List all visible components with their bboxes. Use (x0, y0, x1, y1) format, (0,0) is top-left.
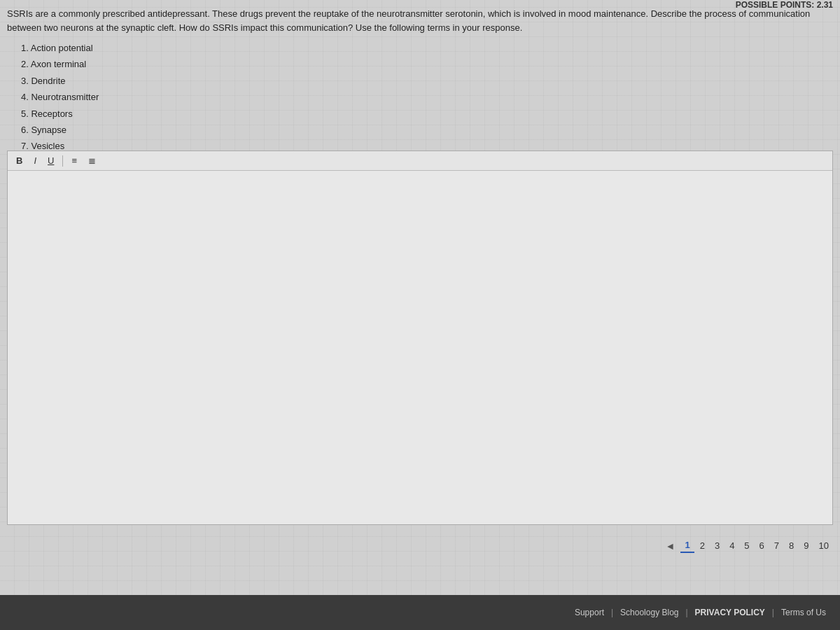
footer-sep-3: | (772, 608, 774, 617)
page-8[interactable]: 8 (785, 539, 798, 552)
pagination-prev-button[interactable]: ◄ (663, 539, 678, 553)
page-1[interactable]: 1 (680, 538, 694, 553)
page-9[interactable]: 9 (799, 539, 813, 552)
terms-link[interactable]: Terms of Us (781, 608, 826, 617)
answer-editor[interactable]: B I U ≡ ≣ (7, 150, 833, 525)
page-4[interactable]: 4 (725, 539, 738, 552)
underline-button[interactable]: U (45, 154, 57, 167)
question-text: SSRIs are a commonly prescribed antidepr… (7, 7, 833, 34)
support-link[interactable]: Support (575, 608, 604, 617)
footer: Support | Schoology Blog | PRIVACY POLIC… (0, 595, 840, 630)
page-3[interactable]: 3 (710, 539, 724, 552)
term-item-3: 3. Dendrite (21, 73, 833, 89)
main-content: POSSIBLE POINTS: 2.31 SSRIs are a common… (0, 0, 840, 595)
possible-points: POSSIBLE POINTS: 2.31 (736, 0, 833, 10)
question-area: POSSIBLE POINTS: 2.31 SSRIs are a common… (0, 0, 840, 171)
page-7[interactable]: 7 (770, 539, 783, 552)
toolbar-divider (62, 155, 63, 167)
term-item-5: 5. Receptors (21, 106, 833, 122)
pagination-area: ◄ 1 2 3 4 5 6 7 8 9 10 (663, 538, 833, 553)
page-5[interactable]: 5 (740, 539, 753, 552)
italic-button[interactable]: I (31, 154, 39, 167)
unordered-list-button[interactable]: ≣ (85, 154, 99, 167)
editor-toolbar: B I U ≡ ≣ (8, 151, 832, 171)
blog-link[interactable]: Schoology Blog (620, 608, 678, 617)
privacy-link[interactable]: PRIVACY POLICY (695, 608, 765, 617)
footer-sep-2: | (685, 608, 687, 617)
page-10[interactable]: 10 (815, 539, 833, 552)
term-item-2: 2. Axon terminal (21, 56, 833, 72)
term-item-4: 4. Neurotransmitter (21, 89, 833, 105)
term-item-6: 6. Synapse (21, 122, 833, 138)
page-6[interactable]: 6 (755, 539, 769, 552)
footer-sep-1: | (611, 608, 613, 617)
pagination-numbers: 1 2 3 4 5 6 7 8 9 10 (680, 538, 833, 553)
term-item-1: 1. Action potential (21, 40, 833, 56)
page-2[interactable]: 2 (696, 539, 709, 552)
bold-button[interactable]: B (13, 154, 25, 167)
ordered-list-button[interactable]: ≡ (69, 154, 80, 167)
editor-body[interactable] (8, 171, 832, 311)
